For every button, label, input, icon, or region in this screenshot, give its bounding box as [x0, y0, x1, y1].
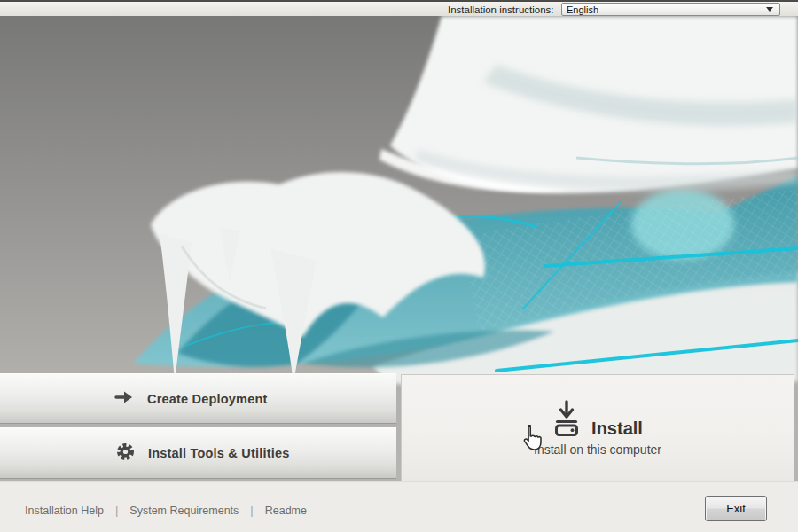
- footer: Activ Go to Installation Help | System R…: [0, 481, 798, 532]
- installation-instructions-label: Installation instructions:: [448, 4, 554, 16]
- footer-link-system-requirements[interactable]: System Requirements: [129, 505, 239, 517]
- language-dropdown-value: English: [562, 4, 766, 15]
- gear-icon: [114, 441, 137, 466]
- chevron-down-icon: [766, 7, 773, 12]
- installer-window: { "topbar": { "label": "Installation ins…: [0, 0, 798, 532]
- topbar: Installation instructions: English: [0, 0, 798, 16]
- footer-links: Installation Help | System Requirements …: [25, 504, 307, 517]
- footer-divider: |: [250, 504, 253, 517]
- install-button[interactable]: Install Install on this computer: [401, 374, 794, 481]
- language-dropdown[interactable]: English: [561, 3, 780, 16]
- install-tools-label: Install Tools & Utilities: [148, 446, 289, 460]
- footer-divider: |: [115, 504, 118, 517]
- install-tools-button[interactable]: Install Tools & Utilities: [0, 427, 396, 479]
- install-title: Install: [591, 419, 643, 441]
- create-deployment-button[interactable]: Create Deployment: [0, 373, 396, 424]
- footer-link-readme[interactable]: Readme: [265, 505, 307, 517]
- download-icon: [552, 400, 581, 441]
- exit-button[interactable]: Exit: [705, 496, 767, 521]
- install-subtitle: Install on this computer: [402, 442, 794, 457]
- footer-link-installation-help[interactable]: Installation Help: [25, 505, 104, 517]
- create-deployment-label: Create Deployment: [147, 392, 268, 406]
- arrow-right-icon: [114, 390, 136, 408]
